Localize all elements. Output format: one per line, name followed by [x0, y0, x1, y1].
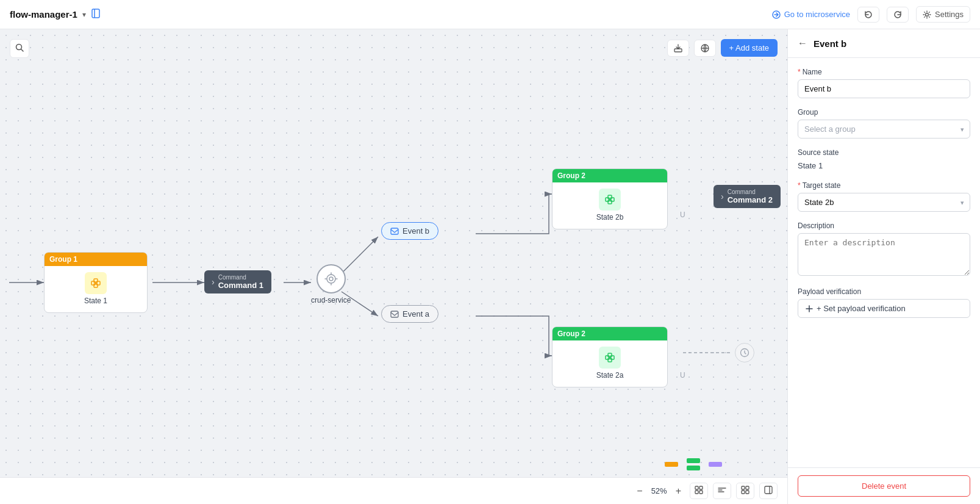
undo-button[interactable]	[857, 7, 879, 23]
svg-rect-46	[765, 486, 772, 494]
state2b-group-header: Group 2	[553, 169, 667, 182]
state1-body: State 1	[45, 266, 147, 312]
eventa-node[interactable]: Event a	[381, 305, 438, 323]
set-payload-button[interactable]: + Set payload verification	[798, 299, 970, 318]
bookmark-icon[interactable]	[91, 9, 101, 21]
target-state-select-wrap: State 2b ▾	[798, 193, 970, 212]
name-label: * Name	[798, 68, 970, 76]
svg-point-18	[327, 275, 335, 283]
svg-rect-6	[674, 49, 682, 52]
svg-rect-17	[94, 284, 98, 287]
canvas-area[interactable]: + Add state	[0, 29, 787, 504]
zoom-in-button[interactable]: +	[672, 484, 685, 498]
legend-yellow	[665, 462, 678, 467]
svg-rect-45	[746, 491, 749, 494]
u-label-2a: U	[680, 371, 685, 380]
panel-toggle-button[interactable]	[759, 483, 778, 499]
panel-title: Event b	[814, 38, 846, 49]
svg-rect-42	[742, 486, 745, 489]
command1-inner: Command Command 1	[218, 274, 263, 290]
state2a-group-header: Group 2	[553, 327, 667, 340]
search-button[interactable]	[10, 39, 29, 58]
command2-node[interactable]: › Command Command 2	[714, 185, 781, 208]
target-state-select[interactable]: State 2b	[798, 193, 970, 212]
legend-green-pair	[687, 458, 700, 470]
svg-rect-24	[391, 228, 398, 234]
group-field-group: Group Select a group ▾	[798, 108, 970, 139]
state2b-body: State 2b	[553, 182, 667, 229]
grid-button[interactable]	[736, 483, 754, 499]
source-state-value: State 1	[798, 160, 970, 171]
svg-rect-32	[608, 353, 612, 357]
app-title: flow-manager-1	[10, 9, 77, 20]
group-label: Group	[798, 108, 970, 117]
group-select-wrap: Select a group ▾	[798, 120, 970, 139]
svg-rect-0	[92, 9, 99, 18]
state2a-body: State 2a	[553, 340, 667, 387]
state2a-node[interactable]: Group 2 State 2a	[552, 326, 668, 387]
legend-row	[665, 458, 722, 470]
svg-rect-36	[699, 486, 703, 489]
clock-node	[735, 343, 754, 362]
svg-rect-15	[96, 281, 100, 285]
share-button[interactable]	[694, 40, 716, 57]
name-field-group: * Name	[798, 68, 970, 98]
legend-purple	[709, 462, 722, 467]
svg-rect-37	[695, 491, 698, 494]
u-label-2b: U	[680, 211, 685, 219]
svg-rect-27	[610, 198, 614, 201]
export-button[interactable]	[667, 40, 689, 57]
svg-rect-25	[391, 311, 398, 317]
settings-button[interactable]: Settings	[916, 6, 970, 23]
payload-label: Payload verification	[798, 287, 970, 296]
service-node[interactable]: crud-service	[311, 264, 351, 304]
fit-view-button[interactable]	[690, 483, 708, 499]
layout-button[interactable]	[713, 483, 731, 499]
description-label: Description	[798, 221, 970, 230]
svg-rect-38	[699, 491, 703, 494]
zoom-control: − 52% +	[633, 484, 685, 498]
state1-node[interactable]: Group 1 State 1	[44, 252, 148, 313]
service-circle	[317, 264, 346, 293]
panel-body: * Name Group Select a group ▾	[788, 58, 980, 467]
delete-event-button[interactable]: Delete event	[798, 475, 970, 497]
source-state-label: Source state	[798, 148, 970, 157]
redo-button[interactable]	[887, 7, 909, 23]
state2a-icon	[599, 347, 621, 369]
group-select[interactable]: Select a group	[798, 120, 970, 139]
state2b-icon	[599, 189, 621, 211]
topbar-right: Go to microservice Settings	[772, 6, 970, 23]
topbar-left: flow-manager-1 ▾	[10, 9, 101, 21]
command1-node[interactable]: › Command Command 1	[204, 270, 271, 293]
title-chevron-icon[interactable]: ▾	[82, 10, 86, 19]
svg-rect-29	[608, 200, 612, 204]
goto-microservice-link[interactable]: Go to microservice	[772, 10, 850, 19]
eventb-node[interactable]: Event b	[381, 222, 438, 240]
name-input[interactable]	[798, 79, 970, 98]
panel-header: ← Event b	[788, 29, 980, 58]
svg-rect-35	[695, 486, 698, 489]
payload-field-group: Payload verification + Set payload verif…	[798, 287, 970, 318]
svg-point-19	[329, 277, 333, 281]
svg-rect-28	[608, 195, 612, 199]
svg-rect-31	[610, 356, 614, 359]
svg-line-5	[21, 49, 24, 52]
svg-point-3	[926, 13, 929, 16]
state2b-node[interactable]: Group 2 State 2b	[552, 168, 668, 229]
svg-rect-16	[94, 279, 98, 283]
command2-inner: Command Command 2	[728, 189, 773, 204]
topbar: flow-manager-1 ▾ Go to microservice Sett…	[0, 0, 980, 29]
description-field-group: Description	[798, 221, 970, 278]
add-state-button[interactable]: + Add state	[721, 39, 778, 57]
zoom-level: 52%	[651, 486, 667, 495]
svg-rect-14	[91, 281, 95, 285]
state1-group-header: Group 1	[45, 253, 147, 266]
panel-back-button[interactable]: ←	[798, 38, 807, 49]
svg-rect-33	[608, 358, 612, 362]
zoom-out-button[interactable]: −	[633, 484, 646, 498]
svg-rect-44	[742, 491, 745, 494]
bottom-bar: − 52% +	[0, 477, 787, 504]
description-textarea[interactable]	[798, 233, 970, 276]
source-state-field-group: Source state State 1	[798, 148, 970, 171]
panel-footer: Delete event	[788, 467, 980, 504]
